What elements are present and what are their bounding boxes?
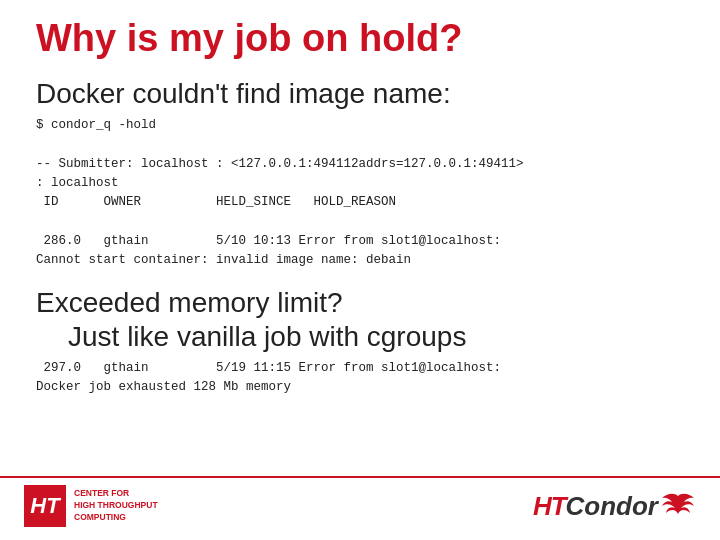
code-block-1: $ condor_q -hold -- Submitter: localhost… (36, 116, 684, 271)
section2-subheading: Just like vanilla job with cgroups (36, 321, 684, 353)
ht-text: CENTER FOR HIGH THROUGHPUT COMPUTING (74, 488, 158, 524)
section2-heading: Exceeded memory limit? (36, 287, 684, 319)
htcondor-condor-label: Condor (566, 491, 658, 522)
footer: HT CENTER FOR HIGH THROUGHPUT COMPUTING … (0, 478, 720, 540)
page: Why is my job on hold? Docker couldn't f… (0, 0, 720, 540)
svg-point-0 (675, 498, 681, 506)
ht-logo: HT CENTER FOR HIGH THROUGHPUT COMPUTING (24, 485, 158, 527)
section1-heading: Docker couldn't find image name: (36, 78, 684, 110)
condor-bird-icon (660, 488, 696, 524)
code-block-2: 297.0 gthain 5/19 11:15 Error from slot1… (36, 359, 684, 398)
ht-badge: HT (24, 485, 66, 527)
htcondor-ht-label: HT (533, 491, 566, 522)
main-title: Why is my job on hold? (36, 18, 684, 60)
htcondor-logo: HT Condor (533, 488, 696, 524)
